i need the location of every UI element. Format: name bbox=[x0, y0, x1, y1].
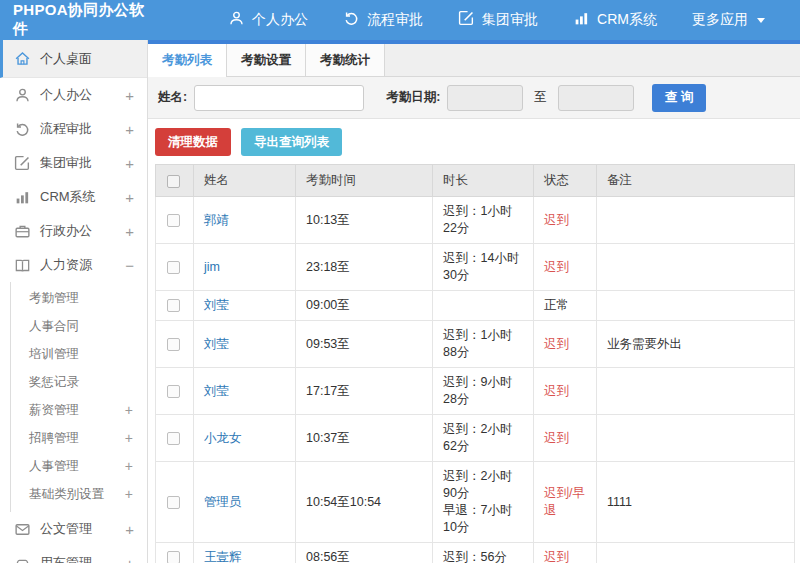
cell-remark bbox=[597, 244, 795, 291]
name-field-label: 姓名: bbox=[158, 89, 187, 106]
expand-plus-icon[interactable]: + bbox=[125, 522, 134, 537]
sidebar-item-label: 公文管理 bbox=[40, 520, 92, 538]
table-row: 刘莹 17:17至 迟到：9小时28分 迟到 bbox=[156, 368, 795, 415]
cell-status: 迟到 bbox=[534, 321, 597, 368]
tab-attendance-list[interactable]: 考勤列表 bbox=[148, 44, 227, 76]
cell-status: 迟到 bbox=[534, 543, 597, 563]
col-header-status: 状态 bbox=[534, 165, 597, 197]
cell-time: 10:37至 bbox=[296, 415, 433, 462]
chart-icon bbox=[573, 10, 590, 30]
export-list-button[interactable]: 导出查询列表 bbox=[241, 128, 342, 156]
cell-name[interactable]: 王壹辉 bbox=[194, 543, 296, 563]
top-nav: 个人办公 流程审批 集团审批 CRM系统 更多应用 bbox=[228, 10, 800, 30]
sidebar-subitem-hr-contract[interactable]: 人事合同 bbox=[11, 312, 147, 340]
row-checkbox[interactable] bbox=[167, 261, 180, 274]
sidebar-subitem-recruit-mgmt[interactable]: 招聘管理 + bbox=[11, 424, 147, 452]
topnav-label: 更多应用 bbox=[692, 11, 748, 29]
cell-duration: 迟到：56分 bbox=[433, 543, 534, 563]
name-input[interactable] bbox=[194, 85, 364, 111]
topnav-crm-system[interactable]: CRM系统 bbox=[573, 10, 657, 30]
cell-name[interactable]: 管理员 bbox=[194, 462, 296, 543]
expand-plus-icon[interactable]: + bbox=[125, 403, 133, 417]
expand-plus-icon[interactable]: + bbox=[125, 487, 133, 501]
col-header-time: 考勤时间 bbox=[296, 165, 433, 197]
sidebar-item-personal-desktop[interactable]: 个人桌面 bbox=[0, 40, 147, 78]
cell-remark bbox=[597, 415, 795, 462]
topnav-personal-office[interactable]: 个人办公 bbox=[228, 10, 308, 30]
expand-plus-icon[interactable]: + bbox=[125, 156, 134, 171]
col-header-remark: 备注 bbox=[597, 165, 795, 197]
car-icon bbox=[14, 555, 31, 563]
sidebar-item-crm-system[interactable]: CRM系统 + bbox=[0, 180, 147, 214]
table-row: 王壹辉 08:56至 迟到：56分 迟到 bbox=[156, 543, 795, 563]
cell-remark bbox=[597, 291, 795, 321]
sidebar-subitem-training-mgmt[interactable]: 培训管理 bbox=[11, 340, 147, 368]
collapse-minus-icon[interactable]: − bbox=[125, 258, 134, 273]
table-row: 刘莹 09:53至 迟到：1小时88分 迟到 业务需要外出 bbox=[156, 321, 795, 368]
date-from-input[interactable] bbox=[447, 85, 523, 111]
expand-plus-icon[interactable]: + bbox=[125, 224, 134, 239]
sidebar-item-label: CRM系统 bbox=[40, 188, 96, 206]
cell-name[interactable]: 小龙女 bbox=[194, 415, 296, 462]
expand-plus-icon[interactable]: + bbox=[125, 122, 134, 137]
sidebar-item-label: 集团审批 bbox=[40, 154, 92, 172]
expand-plus-icon[interactable]: + bbox=[125, 431, 133, 445]
sidebar-subitem-personnel-mgmt[interactable]: 人事管理 + bbox=[11, 452, 147, 480]
sidebar-item-document-mgmt[interactable]: 公文管理 + bbox=[0, 512, 147, 546]
cell-duration: 迟到：14小时30分 bbox=[433, 244, 534, 291]
sidebar-subitem-label: 薪资管理 bbox=[29, 402, 79, 419]
main-content: 考勤列表 考勤设置 考勤统计 姓名: 考勤日期: 至 查 询 清理数据 导出查询… bbox=[148, 40, 800, 563]
row-checkbox[interactable] bbox=[167, 551, 180, 563]
topnav-label: 个人办公 bbox=[252, 11, 308, 29]
row-checkbox[interactable] bbox=[167, 299, 180, 312]
cell-name[interactable]: 刘莹 bbox=[194, 291, 296, 321]
cell-time: 23:18至 bbox=[296, 244, 433, 291]
sidebar-subitem-label: 奖惩记录 bbox=[29, 374, 79, 391]
cell-name[interactable]: 刘莹 bbox=[194, 321, 296, 368]
sidebar-item-admin-office[interactable]: 行政办公 + bbox=[0, 214, 147, 248]
topnav-more-apps[interactable]: 更多应用 bbox=[692, 11, 765, 29]
topnav-workflow-approval[interactable]: 流程审批 bbox=[343, 10, 423, 30]
row-checkbox[interactable] bbox=[167, 338, 180, 351]
attendance-table: 姓名 考勤时间 时长 状态 备注 郭靖 10:13至 迟到：1小时22分 迟到 bbox=[155, 164, 795, 563]
cell-status: 迟到/早退 bbox=[534, 462, 597, 543]
expand-plus-icon[interactable]: + bbox=[125, 190, 134, 205]
clear-data-button[interactable]: 清理数据 bbox=[155, 128, 231, 156]
sidebar-subitem-reward-records[interactable]: 奖惩记录 bbox=[11, 368, 147, 396]
sidebar-subitem-base-category-settings[interactable]: 基础类别设置 + bbox=[11, 480, 147, 508]
sidebar-item-personal-office[interactable]: 个人办公 + bbox=[0, 78, 147, 112]
sidebar-subitem-label: 招聘管理 bbox=[29, 430, 79, 447]
tab-attendance-settings[interactable]: 考勤设置 bbox=[227, 44, 306, 76]
row-checkbox[interactable] bbox=[167, 432, 180, 445]
cell-name[interactable]: jim bbox=[194, 244, 296, 291]
mail-icon bbox=[14, 521, 31, 538]
sidebar-subitem-label: 人事管理 bbox=[29, 458, 79, 475]
cell-name[interactable]: 郭靖 bbox=[194, 197, 296, 244]
sidebar-item-workflow-approval[interactable]: 流程审批 + bbox=[0, 112, 147, 146]
search-bar: 姓名: 考勤日期: 至 查 询 bbox=[148, 77, 800, 119]
expand-plus-icon[interactable]: + bbox=[125, 459, 133, 473]
to-label: 至 bbox=[534, 89, 547, 106]
edit-icon bbox=[458, 10, 475, 30]
cell-time: 09:00至 bbox=[296, 291, 433, 321]
cell-name[interactable]: 刘莹 bbox=[194, 368, 296, 415]
cell-duration: 迟到：1小时22分 bbox=[433, 197, 534, 244]
expand-plus-icon[interactable]: + bbox=[125, 88, 134, 103]
cell-remark bbox=[597, 368, 795, 415]
sidebar-item-human-resources[interactable]: 人力资源 − bbox=[0, 248, 147, 282]
sidebar-item-vehicle-mgmt[interactable]: 用车管理 + bbox=[0, 546, 147, 563]
date-to-input[interactable] bbox=[558, 85, 634, 111]
cell-remark: 业务需要外出 bbox=[597, 321, 795, 368]
sidebar-subitem-salary-mgmt[interactable]: 薪资管理 + bbox=[11, 396, 147, 424]
select-all-checkbox[interactable] bbox=[167, 175, 180, 188]
topnav-group-approval[interactable]: 集团审批 bbox=[458, 10, 538, 30]
cell-remark: 1111 bbox=[597, 462, 795, 543]
row-checkbox[interactable] bbox=[167, 496, 180, 509]
row-checkbox[interactable] bbox=[167, 214, 180, 227]
sidebar-item-group-approval[interactable]: 集团审批 + bbox=[0, 146, 147, 180]
sidebar-subitem-attendance-mgmt[interactable]: 考勤管理 bbox=[11, 284, 147, 312]
expand-plus-icon[interactable]: + bbox=[125, 556, 134, 563]
tab-attendance-stats[interactable]: 考勤统计 bbox=[306, 44, 385, 76]
row-checkbox[interactable] bbox=[167, 385, 180, 398]
query-button[interactable]: 查 询 bbox=[652, 84, 706, 112]
